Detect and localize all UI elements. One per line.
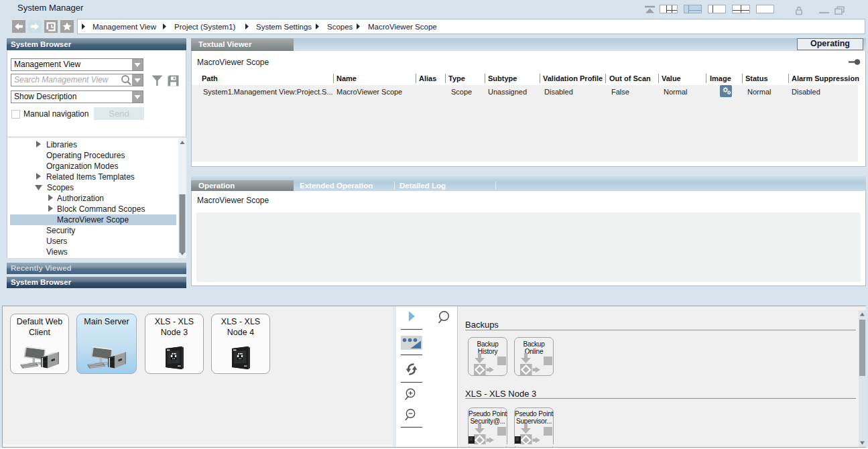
svg-text:Project (System1): Project (System1) <box>174 23 236 31</box>
svg-text:Scopes: Scopes <box>327 23 353 31</box>
svg-text:Users: Users <box>46 237 67 246</box>
svg-text:MacroViewer Scope: MacroViewer Scope <box>336 88 402 96</box>
svg-text:Operating Procedures: Operating Procedures <box>46 151 125 160</box>
svg-text:MacroViewer Scope: MacroViewer Scope <box>57 215 129 224</box>
svg-text:Disabled: Disabled <box>792 88 820 96</box>
svg-text:Validation Profile: Validation Profile <box>543 74 603 82</box>
svg-text:System Settings: System Settings <box>256 23 312 31</box>
svg-text:Subtype: Subtype <box>488 74 517 82</box>
svg-text:Normal: Normal <box>747 88 771 96</box>
svg-text:MacroViewer Scope: MacroViewer Scope <box>368 23 437 31</box>
svg-text:System1.Management View:Projec: System1.Management View:Project.S... <box>203 88 333 96</box>
svg-text:Out of Scan: Out of Scan <box>609 74 651 82</box>
svg-text:Scopes: Scopes <box>47 183 74 192</box>
svg-text:Scope: Scope <box>451 88 472 96</box>
svg-text:Block Command Scopes: Block Command Scopes <box>57 204 145 214</box>
svg-text:Authorization: Authorization <box>57 194 104 203</box>
svg-text:Image: Image <box>710 74 731 82</box>
svg-text:Disabled: Disabled <box>544 88 573 96</box>
svg-text:Status: Status <box>745 74 768 82</box>
svg-text:Alias: Alias <box>419 74 436 82</box>
svg-text:Value: Value <box>662 74 681 82</box>
svg-text:Related Items Templates: Related Items Templates <box>46 172 135 182</box>
svg-text:Type: Type <box>448 74 465 82</box>
svg-text:Security: Security <box>46 226 75 235</box>
svg-text:Unassigned: Unassigned <box>488 88 527 96</box>
svg-text:Normal: Normal <box>664 88 687 96</box>
svg-text:Alarm Suppression: Alarm Suppression <box>792 74 859 82</box>
svg-text:Name: Name <box>336 74 357 82</box>
svg-text:False: False <box>611 88 629 96</box>
svg-text:Libraries: Libraries <box>46 140 77 149</box>
svg-text:Path: Path <box>202 74 218 82</box>
svg-text:Views: Views <box>46 247 68 257</box>
svg-text:Organization Modes: Organization Modes <box>46 162 118 171</box>
svg-text:Management View: Management View <box>92 23 157 31</box>
